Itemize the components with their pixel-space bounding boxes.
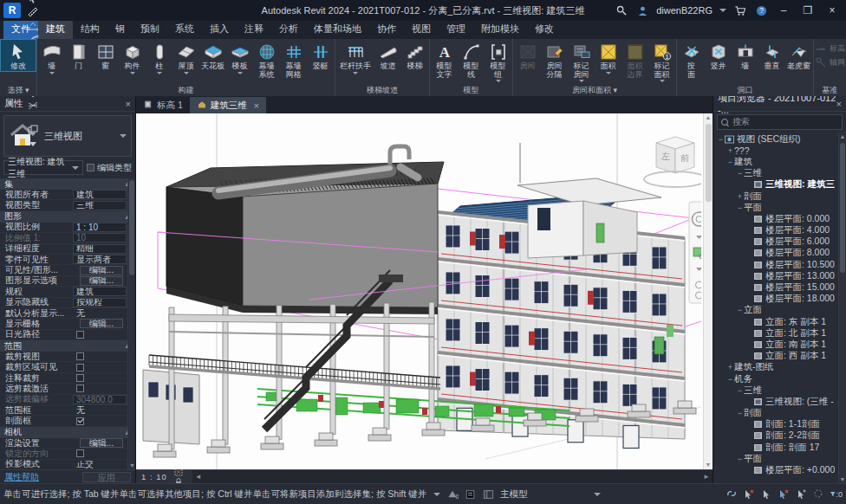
type-selector-arrow[interactable] xyxy=(120,134,127,138)
ribbon-button-墙[interactable]: 墙 xyxy=(732,40,758,71)
revit-logo-icon[interactable]: R xyxy=(3,3,21,18)
property-value[interactable]: 按规程 xyxy=(73,298,127,307)
ribbon-button-垂直[interactable]: 垂直 xyxy=(758,40,785,71)
ribbon-tab-1[interactable]: 建筑 xyxy=(38,20,73,39)
tree-item[interactable]: 剖面: 1-1剖面 xyxy=(713,419,846,430)
view-tab-1[interactable]: 建筑三维× xyxy=(190,97,266,113)
tree-item[interactable]: +剖面 xyxy=(713,191,846,202)
tree-item[interactable]: 剖面: 2-2剖面 xyxy=(713,430,846,442)
ribbon-tab-4[interactable]: 预制 xyxy=(133,20,167,39)
active-design-option[interactable]: 主模型 xyxy=(500,488,528,501)
checkbox[interactable] xyxy=(76,331,84,339)
tree-item[interactable]: 三维视图: 建筑三 xyxy=(713,179,846,191)
tree-item[interactable]: +??? xyxy=(713,145,846,156)
user-avatar-icon[interactable] xyxy=(635,3,649,17)
tree-item[interactable]: −平面 xyxy=(713,202,846,213)
ribbon-button-修改[interactable]: 修改 xyxy=(1,40,36,71)
ribbon-button-房间[interactable]: 房间 xyxy=(514,40,541,71)
checkbox[interactable] xyxy=(76,364,84,372)
help-icon[interactable]: ? xyxy=(754,3,768,17)
edit-type-button[interactable]: 编辑类型 xyxy=(87,162,132,174)
view-tab-0[interactable]: 标高 1 xyxy=(136,97,190,113)
ribbon-button-构件[interactable]: 构件 xyxy=(119,40,146,74)
ribbon-button-面积[interactable]: 面积 xyxy=(595,40,621,74)
tree-item[interactable]: −立面 xyxy=(713,305,846,316)
measure-icon[interactable] xyxy=(25,5,40,19)
ribbon-button-房间分隔[interactable]: 房间分隔 xyxy=(541,40,568,79)
ribbon-button-面积边界[interactable]: 面积边界 xyxy=(621,40,648,79)
dimension-icon[interactable] xyxy=(25,19,40,33)
ribbon-button-幕墙系统[interactable]: 幕墙系统 xyxy=(253,40,280,79)
tree-item[interactable]: 楼层平面: +0.000 xyxy=(713,464,846,475)
close-view-tab-icon[interactable]: × xyxy=(254,100,259,111)
tree-item[interactable]: 楼层平面: 6.000 xyxy=(713,236,846,248)
dashed-circle-icon[interactable] xyxy=(812,488,825,501)
tree-item[interactable]: −平面 xyxy=(713,453,846,464)
properties-scrollbar[interactable]: ▼ xyxy=(127,178,135,469)
property-value[interactable]: 10 xyxy=(73,233,127,242)
drag-on-selection-icon[interactable] xyxy=(795,488,808,501)
tree-item[interactable]: 楼层平面: 15.000 xyxy=(713,281,846,293)
properties-help-link[interactable]: 属性帮助 xyxy=(4,471,39,483)
ribbon-tab-7[interactable]: 注释 xyxy=(237,20,271,39)
checkbox[interactable] xyxy=(76,449,84,457)
tree-item[interactable]: 立面: 南 副本 1 xyxy=(713,339,846,350)
ribbon-button-天花板[interactable]: 天花板 xyxy=(199,40,226,71)
apply-button[interactable]: 应用 xyxy=(82,472,131,482)
tree-item[interactable]: +建筑-图纸 xyxy=(713,362,846,373)
search-icon[interactable] xyxy=(615,3,628,17)
ribbon-button-按面[interactable]: 按面 xyxy=(678,40,705,79)
edit-button[interactable]: 编辑... xyxy=(80,319,123,328)
property-value[interactable]: 无 xyxy=(73,308,127,318)
instance-selector[interactable]: 三维视图: 建筑三维 xyxy=(3,160,83,175)
ribbon-tab-11[interactable]: 视图 xyxy=(404,20,439,39)
ribbon-tab-6[interactable]: 插入 xyxy=(202,20,237,39)
edit-button[interactable]: 编辑... xyxy=(80,276,123,286)
checkbox[interactable] xyxy=(76,352,84,360)
minimize-button[interactable]: – xyxy=(775,4,792,16)
ribbon-tab-12[interactable]: 管理 xyxy=(439,20,473,39)
ribbon-group-label[interactable]: 基准 xyxy=(814,86,846,96)
property-value[interactable]: 1 : 10 xyxy=(73,223,127,232)
close-button[interactable]: × xyxy=(823,4,841,16)
drawing-area[interactable]: 左前 ▲ ▼ xyxy=(136,113,713,469)
canvas-horizontal-scrollbar[interactable]: ◄► xyxy=(192,470,713,483)
property-value[interactable]: 三维 xyxy=(73,201,127,210)
ribbon-tab-13[interactable]: 附加模块 xyxy=(473,20,527,39)
ribbon-tab-3[interactable]: 钢 xyxy=(107,20,133,39)
select-underlay-icon[interactable] xyxy=(743,488,756,501)
project-browser-close-icon[interactable]: × xyxy=(836,99,842,109)
thin-lines-icon[interactable] xyxy=(25,99,40,113)
user-name[interactable]: diwenB22RG xyxy=(656,5,713,16)
ribbon-tab-8[interactable]: 分析 xyxy=(271,20,306,39)
ribbon-button-幕墙网格[interactable]: 幕墙网格 xyxy=(280,40,307,79)
ribbon-button-屋顶[interactable]: 屋顶 xyxy=(172,40,199,74)
canvas-vertical-scrollbar[interactable]: ▲ ▼ xyxy=(703,113,713,469)
tree-item[interactable]: −剖面 xyxy=(713,408,846,419)
tree-item[interactable]: −视图 (SEC组织) xyxy=(713,133,846,145)
ribbon-button-门[interactable]: 门 xyxy=(65,40,92,71)
switch-windows-icon[interactable] xyxy=(25,123,40,137)
ribbon-button-栏杆扶手[interactable]: 栏杆扶手 xyxy=(336,40,374,74)
tree-item[interactable]: 楼层平面: 0.000 xyxy=(713,213,846,224)
edit-button[interactable]: 编辑... xyxy=(80,266,123,275)
ribbon-group-label[interactable]: 楼梯坡道 xyxy=(335,86,429,96)
property-value[interactable]: 显示两者 xyxy=(73,255,127,264)
ribbon-button-标记房间[interactable]: 标记房间 xyxy=(568,40,595,82)
browser-search-input[interactable]: 搜索 xyxy=(717,114,843,130)
ribbon-button-轴网[interactable]: 轴网 xyxy=(815,56,845,68)
tree-item[interactable]: −三维 xyxy=(713,168,846,179)
restore-button[interactable]: ❐ xyxy=(799,4,817,16)
property-value[interactable]: 正交 xyxy=(73,460,127,469)
checkbox[interactable] xyxy=(76,374,84,382)
tree-item[interactable]: 楼层平面: 18.000 xyxy=(713,294,846,305)
editable-only-icon[interactable] xyxy=(464,488,477,501)
checkbox[interactable] xyxy=(76,384,84,392)
ribbon-button-标高[interactable]: 标高 xyxy=(815,42,845,55)
property-value[interactable]: 304800.0 xyxy=(73,395,127,404)
tree-item[interactable]: 楼层平面: 13.000 xyxy=(713,270,846,281)
select-links-icon[interactable] xyxy=(726,488,739,501)
property-value[interactable]: 无 xyxy=(73,405,127,415)
ribbon-button-标记面积[interactable]: 1标记面积 xyxy=(648,40,675,82)
ribbon-group-label[interactable]: 构建 xyxy=(37,86,335,96)
